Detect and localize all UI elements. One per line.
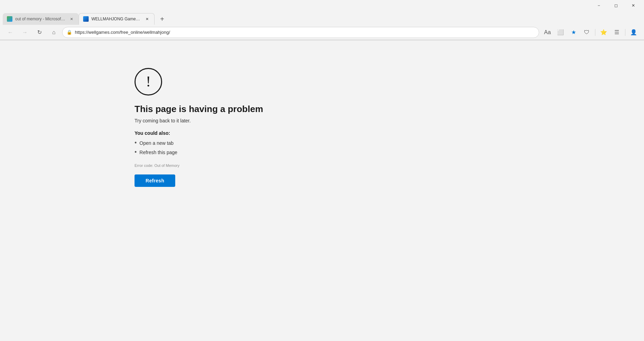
toolbar-icons: Aa ⬜ ★ 🛡 ⭐ ☰ 👤	[541, 26, 640, 39]
window-controls: − ◻ ✕	[591, 0, 641, 11]
tab-1-favicon	[7, 16, 12, 22]
forward-button[interactable]: →	[19, 26, 31, 39]
refresh-button[interactable]: Refresh	[135, 174, 175, 187]
browser-chrome: − ◻ ✕ out of memory - Microsoft Q&A ✕ WE…	[0, 0, 644, 40]
title-bar: − ◻ ✕	[0, 0, 644, 11]
favorites-button[interactable]: ★	[567, 26, 580, 39]
suggestion-1: Open a new tab	[135, 139, 177, 147]
reader-view-button[interactable]: Aa	[541, 26, 554, 39]
profile-button[interactable]: 👤	[627, 26, 640, 39]
exclamation-icon: !	[146, 74, 151, 89]
tab-2-favicon	[83, 16, 89, 22]
immersive-reader-button[interactable]: ⬜	[554, 26, 567, 39]
tab-2-close[interactable]: ✕	[144, 16, 150, 22]
lock-icon: 🔒	[67, 30, 72, 35]
error-title: This page is having a problem	[135, 104, 263, 114]
tab-1-close[interactable]: ✕	[68, 16, 75, 22]
maximize-button[interactable]: ◻	[608, 0, 624, 11]
nav-bar: ← → ↻ ⌂ 🔒 https://wellgames.com/free_onl…	[0, 25, 644, 40]
minimize-button[interactable]: −	[591, 0, 607, 11]
toolbar-separator-2	[625, 29, 625, 36]
suggestion-2: Refresh this page	[135, 149, 177, 156]
shield-button[interactable]: 🛡	[581, 26, 593, 39]
address-text: https://wellgames.com/free_online/wellma…	[75, 30, 535, 35]
new-tab-button[interactable]: +	[156, 13, 168, 25]
back-button[interactable]: ←	[4, 26, 17, 39]
tab-2[interactable]: WELLMAHJONG Game — Free O... ✕	[79, 13, 155, 25]
refresh-nav-button[interactable]: ↻	[33, 26, 46, 39]
tab-1-label: out of memory - Microsoft Q&A	[15, 17, 66, 21]
tab-bar: out of memory - Microsoft Q&A ✕ WELLMAHJ…	[0, 11, 644, 25]
collections-button[interactable]: ☰	[611, 26, 623, 39]
tab-2-label: WELLMAHJONG Game — Free O...	[91, 17, 141, 21]
tab-1[interactable]: out of memory - Microsoft Q&A ✕	[3, 13, 79, 25]
toolbar-separator	[595, 29, 595, 36]
error-icon: !	[135, 68, 162, 96]
error-code: Error code: Out of Memory	[135, 163, 179, 168]
home-button[interactable]: ⌂	[48, 26, 60, 39]
page-content: ! This page is having a problem Try comi…	[0, 40, 644, 341]
error-container: ! This page is having a problem Try comi…	[135, 68, 263, 187]
suggestions-list: Open a new tab Refresh this page	[135, 139, 177, 158]
favorites-sidebar-button[interactable]: ⭐	[597, 26, 610, 39]
could-also-label: You could also:	[135, 130, 170, 136]
close-button[interactable]: ✕	[625, 0, 641, 11]
address-bar[interactable]: 🔒 https://wellgames.com/free_online/well…	[62, 27, 539, 38]
error-subtitle: Try coming back to it later.	[135, 118, 191, 123]
